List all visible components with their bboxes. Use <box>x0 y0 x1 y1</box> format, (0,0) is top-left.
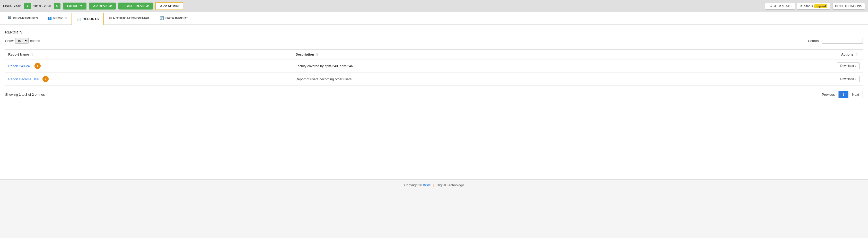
top-bar-right: SYSTEM STATS 🖥 Status Legend ✉ NOTIFICAT… <box>765 3 865 9</box>
people-icon: 👥 <box>48 16 52 20</box>
pagination-controls: Previous 1 Next <box>818 91 863 98</box>
fiscal-year-prev-btn[interactable]: < <box>24 3 31 9</box>
status-btn[interactable]: 🖥 Status Legend <box>797 3 830 9</box>
footer-copyright: Copyright © <box>404 183 422 187</box>
search-label: Search: <box>808 39 819 43</box>
departments-label: DEPARTMENTS <box>13 16 38 20</box>
sort-icon-description[interactable]: ⇅ <box>316 53 318 56</box>
legend-badge: Legend <box>814 4 827 8</box>
col-description: Description ⇅ <box>292 50 684 59</box>
cell-actions: Download ↓ <box>684 72 863 86</box>
fiscal-year-text: 2019 - 2020 <box>33 4 51 8</box>
reports-icon: 📊 <box>77 17 81 21</box>
top-controls: Show 10 25 50 100 entries Search: <box>5 38 863 47</box>
notifications-label: NOTIFICATIONS <box>838 4 862 8</box>
page-1-btn[interactable]: 1 <box>839 91 848 98</box>
show-label: Show <box>5 39 13 43</box>
notifications-email-label: NOTIFICATIONS/EMAIL <box>113 16 150 20</box>
envelope-icon: ✉ <box>835 4 838 8</box>
sub-nav: 🏛 DEPARTMENTS 👥 PEOPLE 📊 REPORTS ✉ NOTIF… <box>0 12 868 25</box>
system-stats-btn[interactable]: SYSTEM STATS <box>765 3 795 9</box>
cell-report-name: Report 240-246 1 <box>5 59 292 72</box>
table-row: Report Became User 2 Report of users bec… <box>5 72 863 86</box>
notifications-btn[interactable]: ✉ NOTIFICATIONS <box>832 3 865 9</box>
search-area: Search: <box>808 38 863 44</box>
show-entries: Show 10 25 50 100 entries <box>5 38 40 44</box>
download-btn[interactable]: Download ↓ <box>837 76 860 82</box>
showing-from: 1 <box>19 93 21 96</box>
download-btn[interactable]: Download ↓ <box>837 62 860 69</box>
footer: Copyright © DGIT | Digital Technology <box>0 179 868 191</box>
subnav-data-import[interactable]: 🔄 DATA IMPORT <box>155 12 193 25</box>
main-content: REPORTS Show 10 25 50 100 entries Search… <box>0 25 868 179</box>
report-link[interactable]: Report Became User <box>8 77 39 81</box>
search-input[interactable] <box>822 38 863 44</box>
row-badge: 1 <box>34 63 41 69</box>
entries-label: entries <box>30 39 40 43</box>
notifications-email-icon: ✉ <box>108 16 112 20</box>
data-import-icon: 🔄 <box>160 16 164 20</box>
footer-tagline: Digital Technology <box>437 183 464 187</box>
col-report-name: Report Name ⇅ <box>5 50 292 59</box>
showing-to: 2 <box>26 93 27 96</box>
subnav-reports[interactable]: 📊 REPORTS <box>71 13 104 25</box>
monitor-icon: 🖥 <box>800 4 803 8</box>
reports-label: REPORTS <box>83 17 99 21</box>
nav-faculty-btn[interactable]: FACULTY <box>63 3 87 9</box>
row-badge: 2 <box>42 76 49 82</box>
table-row: Report 240-246 1 Faculty covered by apm-… <box>5 59 863 72</box>
nav-fiscal-review-btn[interactable]: FISCAL REVIEW <box>118 3 153 9</box>
subnav-notifications-email[interactable]: ✉ NOTIFICATIONS/EMAIL <box>104 12 155 25</box>
cell-report-name: Report Became User 2 <box>5 72 292 86</box>
table-header-row: Report Name ⇅ Description ⇅ Actions ⇅ <box>5 50 863 59</box>
entries-select[interactable]: 10 25 50 100 <box>15 38 29 44</box>
status-label: Status <box>804 4 813 8</box>
sort-icon-report-name[interactable]: ⇅ <box>31 53 33 56</box>
showing-total: 2 <box>32 93 34 96</box>
reports-title: REPORTS <box>5 30 863 34</box>
people-label: PEOPLE <box>53 16 67 20</box>
cell-description: Faculty covered by apm-240, apm-246 <box>292 59 684 72</box>
pagination-area: Showing 1 to 2 of 2 entries Previous 1 N… <box>5 91 863 98</box>
footer-brand: DGIT <box>423 183 431 187</box>
nav-ap-review-btn[interactable]: AP REVIEW <box>89 3 116 9</box>
departments-icon: 🏛 <box>8 16 11 20</box>
report-link[interactable]: Report 240-246 <box>8 64 31 68</box>
reports-table: Report Name ⇅ Description ⇅ Actions ⇅ Re… <box>5 50 863 86</box>
subnav-departments[interactable]: 🏛 DEPARTMENTS <box>3 12 43 25</box>
next-btn[interactable]: Next <box>848 91 863 98</box>
col-actions: Actions ⇅ <box>684 50 863 59</box>
fiscal-year-next-btn[interactable]: > <box>54 3 60 9</box>
cell-actions: Download ↓ <box>684 59 863 72</box>
cell-description: Report of users becoming other users <box>292 72 684 86</box>
showing-text: Showing 1 to 2 of 2 entries <box>5 93 45 96</box>
top-bar: Fiscal Year: < 2019 - 2020 > FACULTY AP … <box>0 0 868 12</box>
data-import-label: DATA IMPORT <box>165 16 188 20</box>
nav-app-admin-btn[interactable]: APP ADMIN <box>155 2 183 10</box>
footer-separator: | <box>433 183 434 187</box>
previous-btn[interactable]: Previous <box>818 91 839 98</box>
fiscal-year-label: Fiscal Year: <box>3 4 22 8</box>
sort-icon-actions[interactable]: ⇅ <box>856 53 858 56</box>
subnav-people[interactable]: 👥 PEOPLE <box>43 12 71 25</box>
